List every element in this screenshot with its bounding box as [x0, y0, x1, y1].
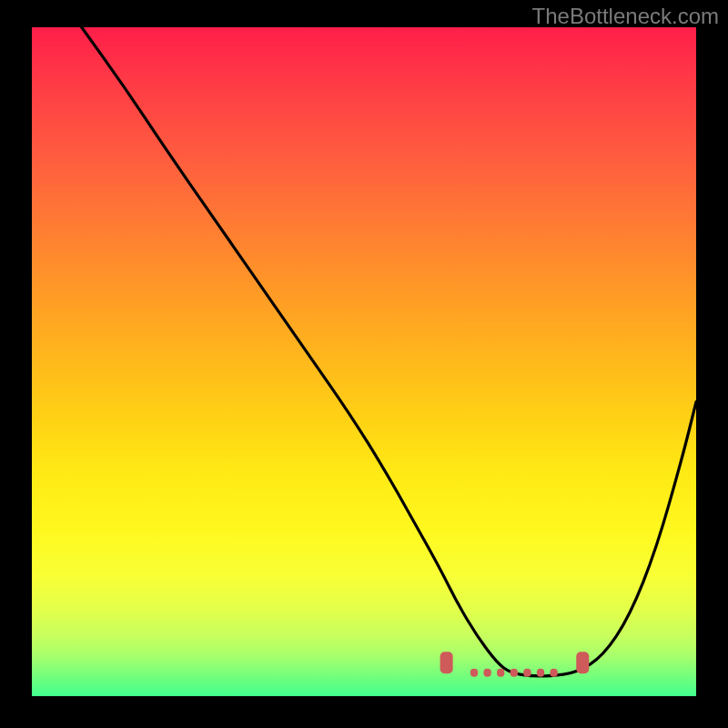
band-dash [537, 669, 544, 677]
band-dash [497, 669, 504, 677]
band-dash [523, 669, 531, 677]
band-dash [550, 669, 557, 677]
plot-area [32, 27, 696, 696]
band-dash [511, 669, 518, 677]
curve-layer [32, 27, 696, 696]
band-dash [470, 669, 478, 677]
band-dash [483, 669, 490, 677]
watermark-label: TheBottleneck.com [532, 4, 719, 29]
bottleneck-curve [82, 27, 696, 676]
band-edge-marker [576, 652, 589, 673]
chart-container: TheBottleneck.com [0, 0, 728, 728]
band-edge-marker [440, 652, 453, 673]
